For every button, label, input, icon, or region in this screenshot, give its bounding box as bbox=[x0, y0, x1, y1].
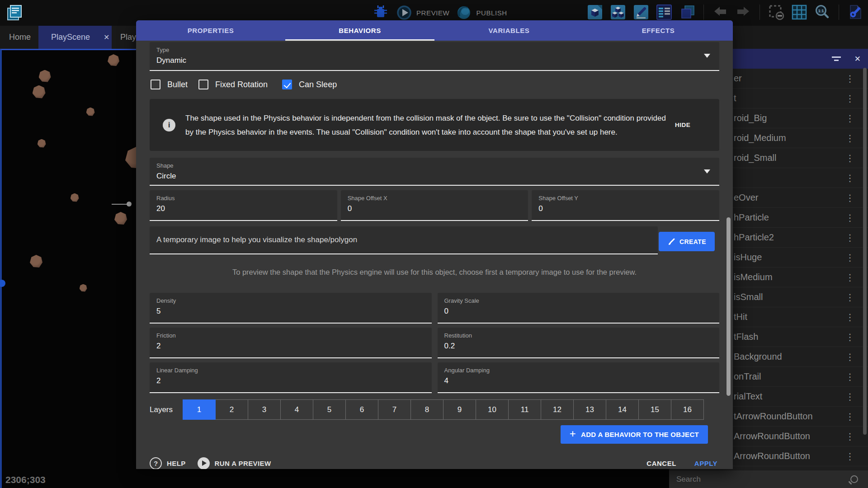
shape-offset-x-field[interactable]: Shape Offset X 0 bbox=[341, 190, 528, 221]
kebab-menu-icon[interactable]: ⋮ bbox=[842, 192, 858, 203]
apply-button[interactable]: APPLY bbox=[694, 460, 717, 467]
checkbox-can-sleep[interactable]: Can Sleep bbox=[282, 80, 337, 89]
kebab-menu-icon[interactable]: ⋮ bbox=[842, 93, 858, 104]
asteroid-sprite[interactable] bbox=[80, 284, 87, 292]
redo-icon[interactable] bbox=[735, 4, 751, 20]
kebab-menu-icon[interactable]: ⋮ bbox=[842, 371, 858, 382]
kebab-menu-icon[interactable]: ⋮ bbox=[842, 113, 858, 124]
layer-button-11[interactable]: 11 bbox=[508, 399, 541, 420]
create-button[interactable]: CREATE bbox=[659, 232, 715, 251]
hide-button[interactable]: HIDE bbox=[675, 122, 690, 128]
search-input[interactable]: Search bbox=[669, 470, 868, 488]
edit-icon[interactable] bbox=[633, 4, 649, 20]
run-preview-button[interactable]: RUN A PREVIEW bbox=[198, 457, 271, 469]
kebab-menu-icon[interactable]: ⋮ bbox=[842, 391, 858, 402]
kebab-menu-icon[interactable]: ⋮ bbox=[842, 411, 858, 422]
dialog-scrollbar[interactable] bbox=[726, 217, 731, 396]
tab-home[interactable]: Home bbox=[4, 26, 36, 49]
project-settings-icon[interactable] bbox=[847, 4, 863, 20]
asteroid-sprite[interactable] bbox=[108, 54, 119, 66]
temp-image-field[interactable]: A temporary image to help you visualize … bbox=[150, 226, 658, 254]
tab-properties[interactable]: PROPERTIES bbox=[136, 20, 285, 41]
layer-button-2[interactable]: 2 bbox=[215, 399, 248, 420]
project-manager-icon[interactable] bbox=[5, 4, 24, 22]
kebab-menu-icon[interactable]: ⋮ bbox=[842, 431, 858, 442]
radius-field[interactable]: Radius 20 bbox=[150, 190, 337, 221]
kebab-menu-icon[interactable]: ⋮ bbox=[842, 212, 858, 223]
kebab-menu-icon[interactable]: ⋮ bbox=[842, 292, 858, 303]
checkbox-fixed-rotation[interactable]: Fixed Rotation bbox=[198, 80, 268, 89]
kebab-menu-icon[interactable]: ⋮ bbox=[842, 153, 858, 164]
asteroid-sprite[interactable] bbox=[39, 70, 51, 82]
grid-icon[interactable] bbox=[791, 4, 807, 20]
asteroid-sprite[interactable] bbox=[38, 139, 46, 148]
asteroid-sprite[interactable] bbox=[33, 85, 46, 99]
layer-button-14[interactable]: 14 bbox=[606, 399, 639, 420]
help-button[interactable]: ? HELP bbox=[150, 457, 186, 469]
kebab-menu-icon[interactable]: ⋮ bbox=[842, 133, 858, 144]
kebab-menu-icon[interactable]: ⋮ bbox=[842, 312, 858, 323]
objects-panel-icon[interactable] bbox=[587, 4, 603, 20]
friction-field[interactable]: Friction 2 bbox=[150, 328, 432, 358]
cursor-coordinates: 2306;303 bbox=[5, 474, 46, 485]
close-tab-icon[interactable]: ✕ bbox=[104, 33, 109, 42]
shape-dropdown[interactable]: Shape Circle bbox=[150, 158, 719, 186]
layer-button-12[interactable]: 12 bbox=[541, 399, 574, 420]
tab-effects[interactable]: EFFECTS bbox=[584, 20, 733, 41]
layer-button-6[interactable]: 6 bbox=[345, 399, 378, 420]
angular-damping-field[interactable]: Angular Damping 4 bbox=[438, 362, 720, 393]
layer-button-1[interactable]: 1 bbox=[183, 399, 216, 420]
instance-marker[interactable] bbox=[0, 280, 5, 287]
layers-icon[interactable] bbox=[679, 4, 695, 20]
type-dropdown[interactable]: Type Dynamic bbox=[150, 42, 719, 71]
layer-button-9[interactable]: 9 bbox=[443, 399, 476, 420]
layer-button-16[interactable]: 16 bbox=[671, 399, 704, 420]
debugger-icon[interactable] bbox=[372, 4, 390, 22]
add-behavior-button[interactable]: + ADD A BEHAVIOR TO THE OBJECT bbox=[561, 425, 708, 444]
layer-button-7[interactable]: 7 bbox=[378, 399, 411, 420]
kebab-menu-icon[interactable]: ⋮ bbox=[842, 332, 858, 343]
kebab-menu-icon[interactable]: ⋮ bbox=[842, 352, 858, 362]
shape-offset-y-field[interactable]: Shape Offset Y 0 bbox=[532, 190, 719, 221]
preview-button[interactable]: PREVIEW bbox=[396, 5, 449, 21]
panel-scrollbar[interactable] bbox=[863, 68, 867, 435]
cancel-button[interactable]: CANCEL bbox=[646, 460, 676, 467]
layer-button-3[interactable]: 3 bbox=[248, 399, 281, 420]
filter-icon[interactable] bbox=[832, 56, 842, 61]
kebab-menu-icon[interactable]: ⋮ bbox=[842, 272, 858, 283]
kebab-menu-icon[interactable]: ⋮ bbox=[842, 252, 858, 263]
layer-button-15[interactable]: 15 bbox=[638, 399, 671, 420]
linear-damping-field[interactable]: Linear Damping 2 bbox=[150, 362, 432, 393]
checkbox-bullet[interactable]: Bullet bbox=[151, 80, 188, 89]
asteroid-sprite[interactable] bbox=[86, 108, 95, 116]
asteroid-sprite[interactable] bbox=[71, 193, 79, 202]
toolbar-separator bbox=[839, 5, 839, 20]
gravity-scale-field[interactable]: Gravity Scale 0 bbox=[438, 293, 720, 324]
kebab-menu-icon[interactable]: ⋮ bbox=[842, 451, 858, 462]
close-panel-icon[interactable]: ✕ bbox=[854, 54, 861, 64]
tab-playscene[interactable]: PlayScene ✕ bbox=[38, 26, 112, 49]
search-icon bbox=[850, 475, 858, 483]
zoom-original-icon[interactable]: 1:1 bbox=[814, 4, 830, 20]
layer-button-5[interactable]: 5 bbox=[313, 399, 346, 420]
density-field[interactable]: Density 5 bbox=[150, 293, 432, 324]
tab-variables[interactable]: VARIABLES bbox=[434, 20, 584, 41]
publish-button[interactable]: PUBLISH bbox=[456, 5, 507, 21]
layer-button-8[interactable]: 8 bbox=[410, 399, 443, 420]
layer-button-4[interactable]: 4 bbox=[280, 399, 313, 420]
deselect-icon[interactable] bbox=[768, 4, 784, 20]
restitution-field[interactable]: Restitution 0.2 bbox=[438, 328, 720, 358]
instance-handle[interactable] bbox=[127, 202, 132, 206]
asteroid-sprite[interactable] bbox=[30, 255, 42, 267]
asteroid-sprite[interactable] bbox=[114, 212, 127, 225]
layer-button-10[interactable]: 10 bbox=[476, 399, 509, 420]
instances-list-icon[interactable] bbox=[656, 4, 672, 20]
object-groups-icon[interactable] bbox=[610, 4, 626, 20]
kebab-menu-icon[interactable]: ⋮ bbox=[842, 173, 858, 183]
undo-icon[interactable] bbox=[712, 4, 728, 20]
kebab-menu-icon[interactable]: ⋮ bbox=[842, 73, 858, 84]
kebab-menu-icon[interactable]: ⋮ bbox=[842, 232, 858, 243]
tab-behaviors[interactable]: BEHAVIORS bbox=[285, 20, 434, 41]
preview-hint: To preview the shape that the Physics en… bbox=[150, 268, 719, 277]
layer-button-13[interactable]: 13 bbox=[573, 399, 606, 420]
